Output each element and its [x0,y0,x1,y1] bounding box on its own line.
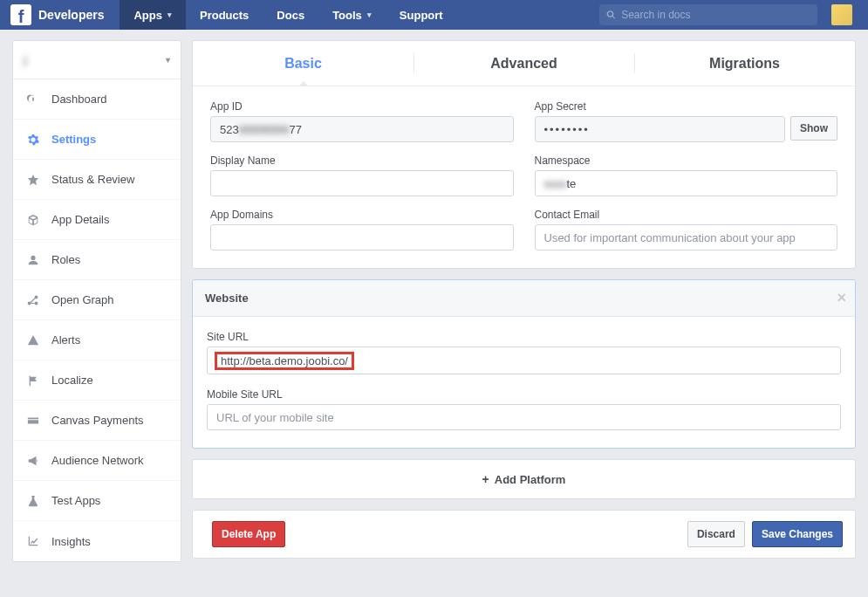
sidebar-item-roles[interactable]: Roles [13,240,181,280]
site-url-highlight: http://beta.demo.joobi.co/ [215,352,354,370]
avatar[interactable] [831,4,852,25]
app-id-value: 5230000000077 [210,116,514,142]
sidebar-item-alerts[interactable]: Alerts [13,320,181,360]
sidebar-item-dashboard[interactable]: Dashboard [13,79,181,120]
facebook-logo-icon: f [10,4,31,25]
display-name-input[interactable] [210,170,514,196]
app-secret-label: App Secret [535,100,838,113]
sidebar-item-status-review[interactable]: Status & Review [13,160,181,200]
app-domains-input[interactable] [210,224,514,250]
chart-icon [27,535,39,547]
save-changes-button[interactable]: Save Changes [752,521,843,547]
sidebar-item-settings[interactable]: Settings [13,120,181,160]
sidebar-item-label: Settings [51,133,96,146]
site-url-input[interactable]: http://beta.demo.joobi.co/ [207,347,841,374]
basic-settings-card: Basic Advanced Migrations App ID 5230000… [192,40,856,269]
website-platform-card: Website × Site URL http://beta.demo.joob… [192,279,856,449]
sidebar-item-label: Status & Review [51,173,134,186]
sidebar-item-label: Audience Network [51,454,144,467]
sidebar-item-label: Dashboard [51,93,107,106]
contact-email-label: Contact Email [535,209,838,221]
sidebar-item-label: Alerts [51,333,80,347]
nav-item-apps[interactable]: Apps▾ [120,0,186,30]
sidebar-item-label: App Details [51,213,109,226]
display-name-label: Display Name [210,154,514,167]
gear-icon [27,134,39,146]
flask-icon [27,495,39,507]
discard-button[interactable]: Discard [687,521,745,547]
app-secret-value: •••••••• [535,116,786,142]
nav-item-docs[interactable]: Docs [263,0,318,30]
contact-email-input[interactable] [535,224,838,250]
sidebar-item-open-graph[interactable]: Open Graph [13,280,181,320]
mobile-site-url-input[interactable] [207,404,841,430]
app-selector[interactable]: j ▾ [13,41,181,79]
website-heading: Website [205,292,249,305]
sidebar-item-insights[interactable]: Insights [13,521,181,561]
search-icon [606,10,616,20]
tab-advanced[interactable]: Advanced [413,41,634,86]
show-secret-button[interactable]: Show [790,116,837,141]
sidebar: j ▾ Dashboard Settings Status & Review A… [12,40,181,562]
sidebar-item-audience-network[interactable]: Audience Network [13,441,181,481]
footer-actions: Delete App Discard Save Changes [192,510,856,559]
chevron-down-icon: ▾ [166,55,170,65]
card-icon [27,415,39,427]
app-name: j [24,53,27,66]
plus-icon: + [482,472,489,486]
warning-icon [27,334,39,347]
cube-icon [27,214,39,226]
sidebar-item-label: Open Graph [51,293,114,306]
add-platform-button[interactable]: +Add Platform [192,459,856,499]
sidebar-item-canvas-payments[interactable]: Canvas Payments [13,401,181,441]
mobile-site-url-label: Mobile Site URL [207,388,841,401]
namespace-input[interactable]: xxxxte [535,170,838,196]
chevron-down-icon: ▾ [167,10,172,19]
person-icon [27,254,39,266]
sidebar-item-app-details[interactable]: App Details [13,200,181,240]
sidebar-item-localize[interactable]: Localize [13,360,181,401]
search-box[interactable] [599,4,817,25]
brand-label: Developers [38,0,120,30]
app-id-label: App ID [210,100,514,113]
star-icon [27,174,39,186]
sidebar-item-test-apps[interactable]: Test Apps [13,481,181,521]
sidebar-item-label: Canvas Payments [51,414,144,427]
nav-item-tools[interactable]: Tools▾ [318,0,386,30]
sidebar-item-label: Roles [51,253,80,266]
app-domains-label: App Domains [210,209,514,221]
megaphone-icon [27,455,39,467]
top-nav: f Developers Apps▾ Products Docs Tools▾ … [0,0,868,30]
delete-app-button[interactable]: Delete App [212,521,285,547]
flag-icon [27,374,39,387]
namespace-label: Namespace [535,154,838,167]
chevron-down-icon: ▾ [367,10,372,19]
sidebar-item-label: Test Apps [51,494,100,507]
nav-item-support[interactable]: Support [386,0,457,30]
graph-icon [27,294,39,306]
tab-migrations[interactable]: Migrations [634,41,855,86]
nav-item-products[interactable]: Products [186,0,263,30]
tab-basic[interactable]: Basic [193,41,413,86]
gauge-icon [27,93,39,106]
site-url-label: Site URL [207,331,841,343]
sidebar-item-label: Localize [51,374,93,387]
svg-point-2 [35,301,38,305]
sidebar-item-label: Insights [51,535,91,548]
search-input[interactable] [621,9,810,21]
close-icon[interactable]: × [837,289,846,307]
